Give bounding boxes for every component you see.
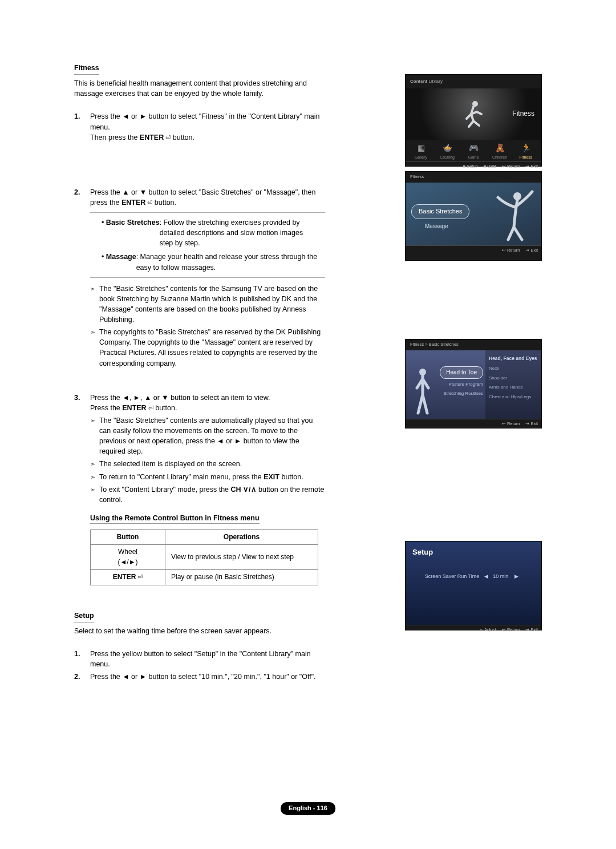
fitness-icon: 🏃 <box>513 142 539 153</box>
tv3-posture[interactable]: Posture Program <box>449 381 483 388</box>
tv1-header: Content Library <box>406 75 541 88</box>
tv3-foot-exit[interactable]: ⇥ Exit <box>525 421 538 427</box>
tv3-right-item[interactable]: Shoulder <box>489 375 538 382</box>
setup-intro: Select to set the waiting time before th… <box>74 626 325 636</box>
ch-label: CH ∨/∧ <box>231 486 257 494</box>
tv1-foot-exit[interactable]: ⇥ Exit <box>525 164 538 170</box>
row2-ops: Play or pause (in Basic Stretches) <box>165 570 318 585</box>
tv1-foot-setup[interactable]: ■ Setup <box>463 164 478 170</box>
tv4-option-row[interactable]: Screen Saver Run Time 10 min. <box>406 573 541 580</box>
tv3-crumb: Fitness > Basic Stretches <box>406 339 541 350</box>
tv1-footer: ■ Setup ■ USB ↩ Return ⇥ Exit <box>406 161 541 172</box>
step-number: 2. <box>74 187 90 371</box>
step-number: 1. <box>74 111 90 142</box>
game-icon: 🎮 <box>460 142 487 153</box>
tv3-routines[interactable]: Stretching Routines <box>443 390 483 397</box>
enter-label: ENTER <box>121 199 152 207</box>
tv1-header-bold: Content <box>410 79 427 84</box>
tv2-massage[interactable]: Massage <box>425 223 448 231</box>
step-number: 2. <box>74 672 90 682</box>
tv-screenshot-content-library: Content Library Fitness ▦Gallery 🍲Cookin… <box>405 74 542 167</box>
tv1-item-children-label: Children <box>492 155 507 159</box>
exit-label: EXIT <box>264 473 279 481</box>
step3-note4-pre: To exit "Content Library" mode, press th… <box>99 486 231 494</box>
tv3-footer: ↩ Return ⇥ Exit <box>406 419 541 429</box>
step3-post: button. <box>153 404 177 412</box>
arrow-bullet-icon <box>90 415 99 457</box>
step1-body: Press the ◄ or ► button to select "Fitne… <box>90 111 325 142</box>
stand-figure-icon <box>409 365 437 417</box>
fitness-heading: Fitness <box>74 63 99 75</box>
tv4-foot-return[interactable]: ↩ Return <box>502 627 520 633</box>
cooking-icon: 🍲 <box>434 142 460 153</box>
row2-enter-label: ENTER <box>113 573 143 581</box>
step1-post: button. <box>171 134 194 142</box>
children-icon: 🧸 <box>487 142 513 153</box>
tv1-fitness-label: Fitness <box>512 109 534 119</box>
setup-step1: Press the yellow button to select "Setup… <box>90 649 325 669</box>
basic-stretches-label: Basic Stretches <box>106 219 160 227</box>
step3-note4: To exit "Content Library" mode, press th… <box>99 484 325 505</box>
tv2-basic-stretches[interactable]: Basic Stretches <box>411 204 469 219</box>
enter-label: ENTER <box>140 134 171 142</box>
col-button: Button <box>91 530 165 545</box>
tv1-item-gallery-label: Gallery <box>415 155 427 159</box>
tv3-right-panel: Head, Face and Eyes Neck Shoulder Arms a… <box>485 350 541 419</box>
step1-then: Then press the <box>90 134 140 142</box>
tv1-item-game[interactable]: 🎮Game <box>460 142 487 160</box>
left-arrow-icon[interactable] <box>484 573 488 579</box>
tv2-footer: ↩ Return ⇥ Exit <box>406 245 541 256</box>
tv4-foot-exit[interactable]: ⇥ Exit <box>525 627 538 633</box>
step3-note3-post: button. <box>279 473 303 481</box>
gallery-icon: ▦ <box>408 142 434 153</box>
tv4-title: Setup <box>412 547 534 558</box>
page-number-badge: English - 116 <box>281 802 335 815</box>
step3-text: Press the ◄, ►, ▲ or ▼ button to select … <box>90 394 270 402</box>
stretch-figure-icon <box>485 187 537 241</box>
tv3-foot-return[interactable]: ↩ Return <box>502 421 520 427</box>
tv3-right-item[interactable]: Chest and Hips/Legs <box>489 394 538 401</box>
step3-body: Press the ◄, ►, ▲ or ▼ button to select … <box>90 393 325 585</box>
tv1-item-gallery[interactable]: ▦Gallery <box>408 142 434 160</box>
left-column: Fitness This is beneficial health manage… <box>74 63 325 682</box>
tv1-item-children[interactable]: 🧸Children <box>487 142 513 160</box>
tv3-head-to-toe[interactable]: Head to Toe <box>440 366 483 379</box>
tv1-menu: ▦Gallery 🍲Cooking 🎮Game 🧸Children 🏃Fitne… <box>406 140 541 161</box>
tv4-option-value: 10 min. <box>493 573 510 579</box>
step1-text: Press the ◄ or ► button to select "Fitne… <box>90 112 319 131</box>
tv1-item-fitness-label: Fitness <box>520 155 533 159</box>
setup-step2: Press the ◄ or ► button to select "10 mi… <box>90 672 325 682</box>
remote-table: Button Operations Wheel (◄/►) View to pr… <box>90 529 318 585</box>
tv1-item-cooking-label: Cooking <box>440 155 455 159</box>
remote-table-heading: Using the Remote Control Button in Fitne… <box>90 513 260 524</box>
tv1-foot-usb[interactable]: ■ USB <box>484 164 496 170</box>
step-number: 3. <box>74 393 90 585</box>
tv3-right-item[interactable]: Arms and Hands <box>489 384 538 391</box>
tv1-item-fitness[interactable]: 🏃Fitness <box>513 142 539 160</box>
step3-note1: The "Basic Stretches" contents are autom… <box>99 415 325 457</box>
arrow-bullet-icon <box>90 327 99 369</box>
tv1-header-rest: Library <box>427 79 443 84</box>
tv4-foot-adjust[interactable]: ↔ Adjust <box>479 627 496 633</box>
tv1-item-game-label: Game <box>468 155 479 159</box>
definitions-box: • Basic Stretches : Follow the stretchin… <box>90 212 325 278</box>
tv2-foot-exit[interactable]: ⇥ Exit <box>525 248 538 254</box>
runner-icon <box>456 97 491 131</box>
enter-label: ENTER <box>122 404 153 412</box>
massage-desc: : Manage your health and release your st… <box>136 252 318 272</box>
step2-note2: The copyrights to "Basic Stretches" are … <box>99 327 325 369</box>
right-arrow-icon[interactable] <box>514 573 518 579</box>
arrow-bullet-icon <box>90 484 99 505</box>
step3-pre: Press the <box>90 404 122 412</box>
tv1-foot-return[interactable]: ↩ Return <box>502 164 520 170</box>
tv2-foot-return[interactable]: ↩ Return <box>502 248 520 254</box>
step2-note1: The "Basic Stretches" contents for the S… <box>99 284 325 325</box>
step3-note3: To return to "Content Library" main menu… <box>99 472 303 482</box>
tv3-right-title[interactable]: Head, Face and Eyes <box>489 355 538 362</box>
row2-button: ENTER <box>91 570 165 585</box>
tv1-item-cooking[interactable]: 🍲Cooking <box>434 142 460 160</box>
tv-screenshot-fitness-menu: Fitness Basic Stretches Massage ↩ Return… <box>405 171 542 261</box>
arrow-bullet-icon <box>90 284 99 325</box>
manual-page: Fitness This is beneficial health manage… <box>0 0 616 849</box>
tv3-right-item[interactable]: Neck <box>489 365 538 372</box>
